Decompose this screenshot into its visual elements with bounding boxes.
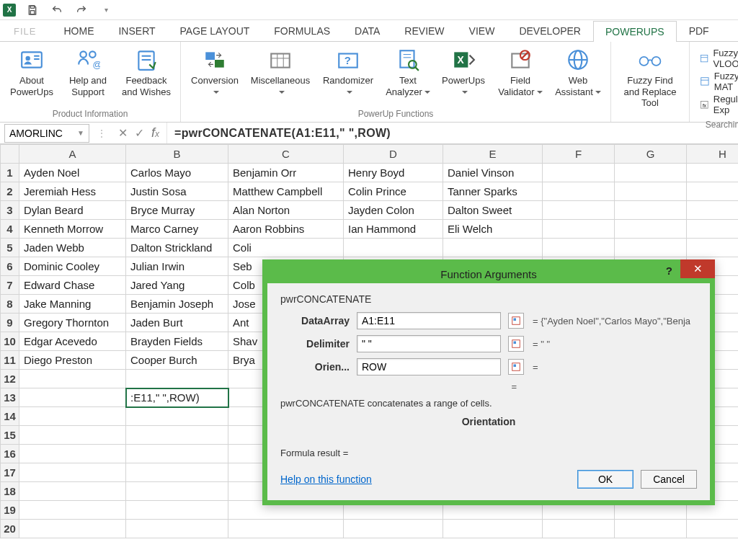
cell[interactable] (543, 220, 615, 239)
cell[interactable]: Henry Boyd (344, 164, 443, 182)
cancel-formula-icon[interactable]: ✕ (118, 126, 128, 140)
cell[interactable] (19, 501, 126, 520)
cell[interactable]: Daniel Vinson (443, 164, 543, 182)
cell[interactable] (687, 201, 739, 220)
cell[interactable]: Jaden Burt (126, 314, 228, 332)
name-box[interactable]: AMORLINC ▼ (4, 124, 89, 143)
cell[interactable] (19, 520, 126, 538)
cell[interactable]: Dylan Beard (19, 201, 126, 220)
cell[interactable] (126, 445, 228, 463)
randomizer-button[interactable]: ? Randomizer (318, 45, 378, 107)
cell[interactable] (126, 501, 228, 520)
cell[interactable] (19, 463, 126, 482)
column-header[interactable]: H (687, 145, 739, 164)
cell[interactable]: Aaron Robbins (228, 220, 344, 239)
cell[interactable]: Tanner Sparks (443, 182, 543, 201)
tab-insert[interactable]: INSERT (106, 20, 167, 41)
dataarray-input[interactable] (357, 312, 501, 329)
redo-icon[interactable] (74, 2, 89, 18)
row-header[interactable]: 8 (1, 295, 19, 314)
cell[interactable] (687, 520, 739, 538)
enter-formula-icon[interactable]: ✓ (135, 126, 144, 140)
tab-data[interactable]: DATA (342, 20, 392, 41)
cell[interactable] (615, 239, 687, 257)
cell[interactable] (615, 164, 687, 182)
tab-formulas[interactable]: FORMULAS (262, 20, 342, 41)
tab-review[interactable]: REVIEW (392, 20, 456, 41)
cell[interactable] (543, 239, 615, 257)
cell[interactable]: Matthew Campbell (228, 182, 344, 201)
row-header[interactable]: 12 (1, 370, 19, 388)
cell[interactable]: Gregory Thornton (19, 314, 126, 332)
row-header[interactable]: 7 (1, 276, 19, 295)
web-assistant-button[interactable]: Web Assistant (551, 45, 605, 107)
row-header[interactable]: 14 (1, 407, 19, 426)
tab-developer[interactable]: DEVELOPER (507, 20, 593, 41)
column-header[interactable]: F (543, 145, 615, 164)
tab-file[interactable]: FILE (3, 21, 47, 41)
text-analyzer-button[interactable]: Text Analyzer (383, 45, 433, 107)
cell[interactable] (543, 201, 615, 220)
cell[interactable]: Edward Chase (19, 276, 126, 295)
dialog-titlebar[interactable]: Function Arguments ? ✕ (267, 265, 710, 283)
cell[interactable] (19, 482, 126, 501)
cell[interactable]: Dominic Cooley (19, 257, 126, 276)
dialog-help-icon[interactable]: ? (666, 265, 672, 277)
cell[interactable]: Colin Prince (344, 182, 443, 201)
cell[interactable] (19, 445, 126, 463)
column-header[interactable]: C (228, 145, 344, 164)
cell[interactable]: Carlos Mayo (126, 164, 228, 182)
cell[interactable]: Jayden Colon (344, 201, 443, 220)
cell[interactable]: Jake Manning (19, 295, 126, 314)
cell[interactable] (228, 520, 344, 538)
cell[interactable]: Bryce Murray (126, 201, 228, 220)
cell[interactable] (687, 239, 739, 257)
cell[interactable] (19, 407, 126, 426)
cell[interactable] (615, 201, 687, 220)
row-header[interactable]: 6 (1, 257, 19, 276)
cell[interactable]: Dalton Sweet (443, 201, 543, 220)
row-header[interactable]: 1 (1, 164, 19, 182)
tab-pdf[interactable]: PDF (677, 20, 721, 41)
formula-input[interactable]: =pwrCONCATENATE(A1:E11," ",ROW) (167, 127, 738, 140)
cell[interactable]: Cooper Burch (126, 351, 228, 370)
save-icon[interactable] (25, 2, 40, 18)
tab-page-layout[interactable]: PAGE LAYOUT (168, 20, 262, 41)
cell[interactable] (615, 220, 687, 239)
ok-button[interactable]: OK (577, 470, 633, 489)
column-header[interactable]: D (344, 145, 443, 164)
row-header[interactable]: 10 (1, 332, 19, 351)
row-header[interactable]: 17 (1, 463, 19, 482)
cell[interactable]: :E11," ",ROW) (126, 388, 228, 407)
regular-exp-button[interactable]: fx Regular Exp (700, 94, 738, 115)
cell[interactable]: Ian Hammond (344, 220, 443, 239)
range-select-icon[interactable] (508, 359, 524, 375)
cell[interactable] (443, 239, 543, 257)
row-header[interactable]: 3 (1, 201, 19, 220)
qat-customize-icon[interactable]: ▾ (98, 2, 114, 18)
help-on-function-link[interactable]: Help on this function (280, 474, 372, 485)
cell[interactable] (126, 407, 228, 426)
undo-icon[interactable] (49, 2, 65, 18)
cell[interactable] (19, 426, 126, 445)
fuzzy-match-button[interactable]: Fuzzy MAT (700, 71, 738, 92)
fuzzy-find-replace-button[interactable]: Fuzzy Find and Replace Tool (617, 45, 683, 117)
orientation-input[interactable] (357, 358, 501, 375)
row-header[interactable]: 5 (1, 239, 19, 257)
row-header[interactable]: 16 (1, 445, 19, 463)
cell[interactable]: Benjamin Joseph (126, 295, 228, 314)
range-select-icon[interactable] (508, 336, 524, 352)
cell[interactable]: Alan Norton (228, 201, 344, 220)
delimiter-input[interactable] (357, 335, 501, 352)
tab-powerups[interactable]: POWERUPS (593, 21, 677, 42)
cell[interactable]: Jaden Webb (19, 239, 126, 257)
powerups-button[interactable]: X PowerUps (437, 45, 489, 107)
row-header[interactable]: 18 (1, 482, 19, 501)
cell[interactable] (615, 182, 687, 201)
cell[interactable] (615, 520, 687, 538)
cell[interactable] (543, 520, 615, 538)
tab-home[interactable]: HOME (51, 20, 106, 41)
cell[interactable]: Dalton Strickland (126, 239, 228, 257)
cell[interactable]: Diego Preston (19, 351, 126, 370)
cell[interactable] (126, 482, 228, 501)
